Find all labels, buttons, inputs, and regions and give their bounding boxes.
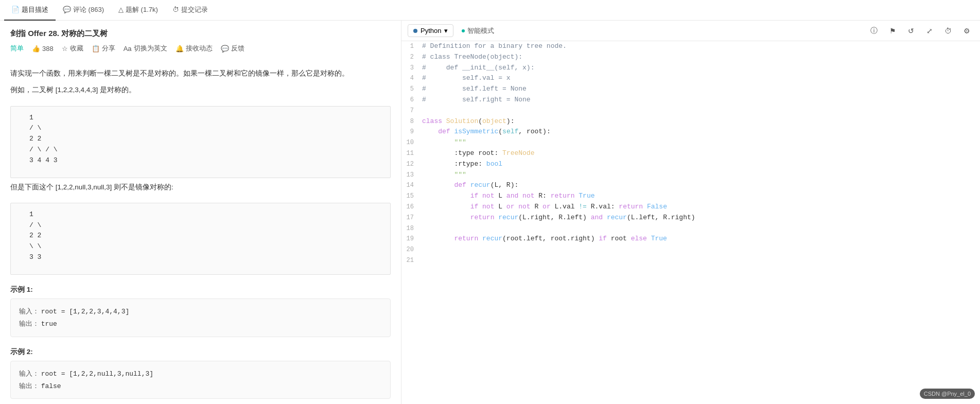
flag-icon-button[interactable]: ⚑: [885, 24, 900, 38]
line-num-14: 14: [401, 180, 422, 191]
refresh-icon-button[interactable]: ↺: [904, 24, 918, 38]
example2-input-label: 输入：: [19, 370, 39, 377]
line-content-21: [422, 255, 980, 266]
line-num-15: 15: [401, 191, 422, 202]
line-content-13: """: [422, 170, 980, 181]
code-line-18: 18: [401, 223, 980, 234]
switch-lang-label: 切换为英文: [134, 44, 167, 53]
tree2-line-2: / \: [29, 220, 382, 231]
tree2-line-5: 3 3: [29, 252, 382, 263]
likes-button[interactable]: 👍 388: [32, 45, 54, 52]
line-content-7: [422, 106, 980, 116]
clock-icon-button[interactable]: ⏱: [941, 24, 955, 38]
code-line-1: 1 # Definition for a binary tree node.: [401, 41, 980, 52]
code-line-11: 11 :type root: TreeNode: [401, 148, 980, 159]
line-num-3: 3: [401, 63, 422, 74]
line-content-3: # def __init__(self, x):: [422, 63, 980, 74]
line-num-1: 1: [401, 41, 422, 52]
line-content-6: # self.right = None: [422, 95, 980, 106]
info-icon-button[interactable]: ⓘ: [867, 24, 881, 38]
expand-icon-button[interactable]: ⤢: [922, 24, 937, 38]
code-line-12: 12 :rtype: bool: [401, 159, 980, 170]
line-content-11: :type root: TreeNode: [422, 148, 980, 159]
csdn-badge: CSDN @Pny_el_0: [920, 389, 975, 399]
tree1-line-3: 2 2: [29, 134, 382, 145]
line-content-18: [422, 223, 980, 234]
desc-line-1: 请实现一个函数，用来判断一棵二叉树是不是对称的。如果一棵二叉树和它的镜像一样，那…: [10, 67, 391, 80]
tree2-line-1: 1: [29, 209, 382, 220]
line-content-14: def recur(L, R):: [422, 180, 980, 191]
desc-line-2: 例如，二叉树 [1,2,2,3,4,4,3] 是对称的。: [10, 84, 391, 96]
smart-mode-label: 智能模式: [467, 26, 494, 36]
tree1-line-1: 1: [29, 113, 382, 124]
tab-submissions[interactable]: ⏱ 提交记录: [165, 0, 215, 21]
code-line-16: 16 if not L or not R or L.val != R.val: …: [401, 202, 980, 213]
line-num-6: 6: [401, 95, 422, 106]
line-content-4: # self.val = x: [422, 73, 980, 84]
example2-input: 输入： root = [1,2,2,null,3,null,3]: [19, 367, 382, 380]
tab-solutions-label: 题解 (1.7k): [126, 5, 158, 14]
tree-diagram-2: 1 / \ 2 2 \ \ 3 3: [10, 203, 391, 275]
tab-comments[interactable]: 💬 评论 (863): [56, 0, 111, 21]
tab-description[interactable]: 📄 题目描述: [4, 0, 56, 21]
editor-toolbar: Python ▾ 智能模式 ⓘ ⚑ ↺ ⤢ ⏱ ⚙: [401, 21, 980, 41]
share-button[interactable]: 📋 分享: [92, 44, 115, 53]
line-content-5: # self.left = None: [422, 84, 980, 95]
tab-submissions-label: 提交记录: [181, 5, 208, 14]
line-num-18: 18: [401, 223, 422, 234]
thumb-icon: 👍: [32, 45, 40, 52]
meta-row: 简单 👍 388 ☆ 收藏 📋 分享 Aa 切换为英文 🔔 接收动态: [10, 44, 391, 53]
line-num-13: 13: [401, 170, 422, 181]
collect-button[interactable]: ☆ 收藏: [62, 44, 83, 53]
code-line-9: 9 def isSymmetric(self, root):: [401, 127, 980, 137]
code-line-17: 17 return recur(L.right, R.left) and rec…: [401, 213, 980, 223]
feedback-button[interactable]: 💬 反馈: [221, 44, 244, 53]
top-nav: 📄 题目描述 💬 评论 (863) △ 题解 (1.7k) ⏱ 提交记录: [0, 0, 980, 21]
code-line-6: 6 # self.right = None: [401, 95, 980, 106]
tab-solutions[interactable]: △ 题解 (1.7k): [111, 0, 165, 21]
switch-lang-button[interactable]: Aa 切换为英文: [124, 44, 167, 53]
tab-comments-label: 评论 (863): [73, 5, 104, 14]
line-content-2: # class TreeNode(object):: [422, 52, 980, 63]
line-num-2: 2: [401, 52, 422, 63]
line-num-20: 20: [401, 244, 422, 255]
line-num-4: 4: [401, 73, 422, 84]
line-num-8: 8: [401, 116, 422, 127]
tree1-content: 1 / \ 2 2 / \ / \ 3 4 4 3: [29, 113, 382, 166]
code-line-7: 7: [401, 106, 980, 116]
example2-title: 示例 2:: [10, 347, 391, 357]
line-num-21: 21: [401, 255, 422, 266]
tree-diagram-1: 1 / \ 2 2 / \ / \ 3 4 4 3: [10, 106, 391, 178]
feedback-icon: 💬: [221, 45, 229, 52]
example1-output-label: 输出：: [19, 320, 39, 327]
line-num-19: 19: [401, 234, 422, 244]
example1-input: 输入： root = [1,2,2,3,4,4,3]: [19, 305, 382, 318]
line-num-12: 12: [401, 159, 422, 170]
code-line-19: 19 return recur(root.left, root.right) i…: [401, 234, 980, 244]
line-content-17: return recur(L.right, R.left) and recur(…: [422, 213, 980, 223]
share-icon: 📋: [92, 45, 100, 52]
code-line-21: 21: [401, 255, 980, 266]
settings-icon-button[interactable]: ⚙: [959, 24, 974, 38]
collect-label: 收藏: [70, 44, 83, 53]
description-icon: 📄: [11, 6, 20, 13]
notifications-button[interactable]: 🔔 接收动态: [176, 44, 213, 53]
example1-input-label: 输入：: [19, 307, 39, 315]
language-selector[interactable]: Python ▾: [408, 24, 453, 37]
code-line-4: 4 # self.val = x: [401, 73, 980, 84]
star-icon: ☆: [62, 45, 68, 52]
feedback-label: 反馈: [231, 44, 244, 53]
example2-output-label: 输出：: [19, 382, 39, 390]
share-label: 分享: [102, 44, 115, 53]
line-num-9: 9: [401, 127, 422, 137]
code-editor[interactable]: 1 # Definition for a binary tree node. 2…: [401, 41, 980, 404]
chevron-down-icon: ▾: [444, 27, 448, 34]
smart-mode-toggle[interactable]: 智能模式: [462, 26, 494, 36]
line-content-12: :rtype: bool: [422, 159, 980, 170]
bell-icon: 🔔: [176, 45, 184, 52]
solutions-icon: △: [118, 6, 124, 13]
example1-title: 示例 1:: [10, 285, 391, 294]
tree2-line-3: 2 2: [29, 231, 382, 241]
line-num-16: 16: [401, 202, 422, 213]
code-line-8: 8 class Solution(object):: [401, 116, 980, 127]
